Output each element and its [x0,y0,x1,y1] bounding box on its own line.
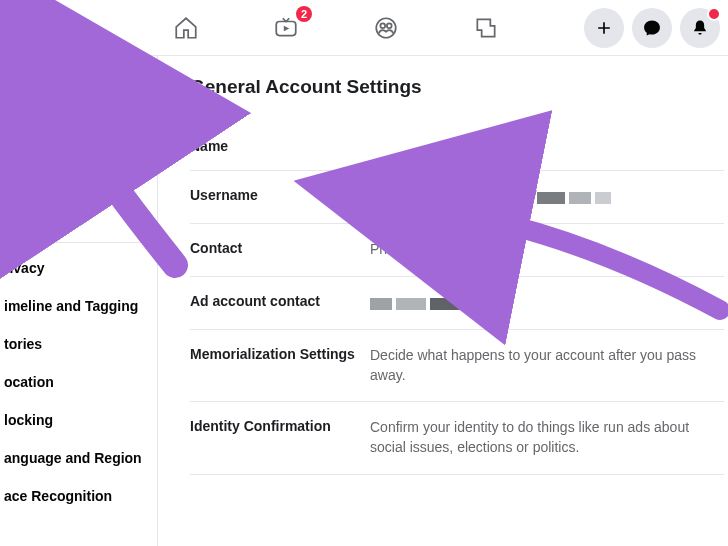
row-identity-value: Confirm your identity to do things like … [370,418,724,457]
sidebar: ngs eneral ecurity and Login our Faceboo… [0,56,158,546]
search-button[interactable] [8,8,48,48]
watch-icon [273,15,299,41]
search-icon [19,19,37,37]
row-identity[interactable]: Identity Confirmation Confirm your ident… [190,402,724,474]
row-adcontact[interactable]: Ad account contact [190,277,724,330]
svg-point-3 [376,18,396,38]
right-actions [584,8,720,48]
row-adcontact-value [370,293,724,313]
row-contact-value: Primary [370,240,724,260]
home-icon [173,15,199,41]
sidebar-item-language[interactable]: anguage and Region [0,439,157,477]
sidebar-item-location[interactable]: ocation [0,363,157,401]
nav-gaming[interactable] [466,8,506,48]
center-nav: 2 [96,8,576,48]
messenger-icon [642,18,662,38]
svg-line-1 [31,30,34,33]
sidebar-divider [0,242,157,243]
messenger-button[interactable] [632,8,672,48]
redacted-adcontact [370,294,496,314]
row-memorial-value: Decide what happens to your account afte… [370,346,724,385]
row-identity-label: Identity Confirmation [190,418,370,434]
notification-dot [707,7,721,21]
bell-icon [690,18,710,38]
row-adcontact-label: Ad account contact [190,293,370,309]
nav-watch[interactable]: 2 [266,8,306,48]
nav-home[interactable] [166,8,206,48]
watch-badge: 2 [296,6,312,22]
gaming-icon [473,15,499,41]
row-username-value: https://www.facebook.com/ [370,187,724,207]
sidebar-item-security[interactable]: ecurity and Login [0,144,157,182]
sidebar-item-privacy[interactable]: rivacy [0,249,157,287]
groups-icon [373,15,399,41]
sidebar-item-general[interactable]: eneral [0,106,157,144]
row-contact-label: Contact [190,240,370,256]
redacted-username [537,188,615,208]
row-memorial[interactable]: Memorialization Settings Decide what hap… [190,330,724,402]
page-title: General Account Settings [190,76,724,98]
nav-groups[interactable] [366,8,406,48]
row-username[interactable]: Username https://www.facebook.com/ [190,171,724,224]
redacted-contact [418,241,440,261]
sidebar-item-your-info[interactable]: our Facebook formation [0,182,157,236]
username-prefix: https://www.facebook.com/ [370,188,537,204]
svg-point-5 [387,23,392,28]
row-memorial-label: Memorialization Settings [190,346,370,362]
row-username-label: Username [190,187,370,203]
contact-prefix: Primary [370,241,418,257]
sidebar-title: ngs [0,70,157,106]
row-name[interactable]: Name [190,122,724,171]
svg-point-4 [380,23,385,28]
sidebar-item-timeline[interactable]: imeline and Tagging [0,287,157,325]
sidebar-item-stories[interactable]: tories [0,325,157,363]
row-contact[interactable]: Contact Primary [190,224,724,277]
plus-icon [594,18,614,38]
content: General Account Settings Name Username h… [158,56,728,546]
notifications-button[interactable] [680,8,720,48]
main-area: ngs eneral ecurity and Login our Faceboo… [0,56,728,546]
create-button[interactable] [584,8,624,48]
row-name-label: Name [190,138,370,154]
topbar: 2 [0,0,728,56]
sidebar-item-blocking[interactable]: locking [0,401,157,439]
sidebar-item-face[interactable]: ace Recognition [0,477,157,515]
